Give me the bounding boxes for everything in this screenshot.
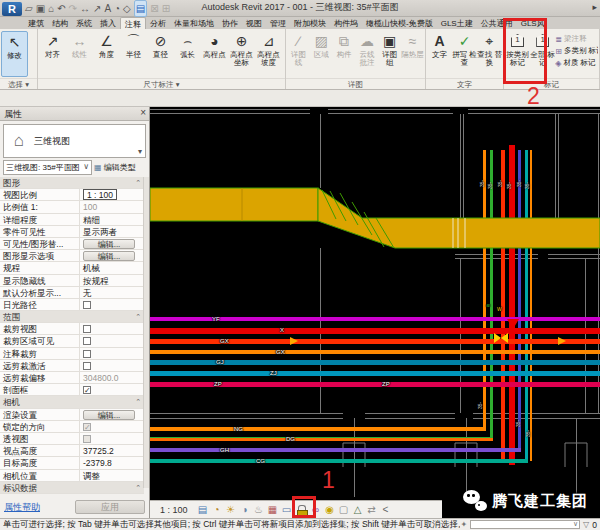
properties-help-link[interactable]: 属性帮助 <box>4 501 40 514</box>
detail-line-button[interactable]: ∕详图 线 <box>287 31 310 68</box>
region-button[interactable]: ▨区域 <box>310 31 333 59</box>
pipe-tag[interactable]: GX <box>220 338 229 344</box>
hide-analytical-model-icon[interactable]: △ <box>351 502 365 518</box>
collapse-icon[interactable]: ⌃ <box>135 396 141 407</box>
radial-dim-button[interactable]: ⌒半径 <box>120 31 147 59</box>
pipe-tag[interactable]: 35- <box>516 420 521 427</box>
spot-elevation-button[interactable]: ◕高程点 <box>201 31 228 59</box>
checkbox[interactable] <box>83 337 91 345</box>
panel-label-dimension[interactable]: 尺寸标注 ▾ <box>38 78 285 89</box>
panel-label-text[interactable]: 文字 <box>426 78 503 89</box>
tab-系统[interactable]: 系统 <box>72 17 96 29</box>
diameter-dim-button[interactable]: ⊘直径 <box>147 31 174 59</box>
horizontal-pipe[interactable] <box>150 459 528 463</box>
detail-level-icon[interactable]: ▤ <box>196 502 210 518</box>
pipe-tag[interactable]: YF <box>212 316 220 322</box>
property-value[interactable]: 编辑... <box>80 238 144 249</box>
property-value[interactable]: ✓ <box>80 421 144 432</box>
pipe-tag[interactable]: 35- <box>507 182 512 189</box>
type-selector[interactable]: ⌂ 三维视图 ▾ <box>3 124 146 158</box>
detail-group-button[interactable]: ▣详图 组 <box>378 31 401 68</box>
property-value[interactable]: 机械 <box>80 262 144 273</box>
panel-label-detail[interactable]: 详图 <box>286 78 425 89</box>
highlight-displacement-icon[interactable]: ⇄ <box>365 502 379 518</box>
property-value[interactable]: 304800.0 <box>80 372 144 383</box>
pipe-tag[interactable]: ZJ <box>270 370 277 376</box>
collapse-icon[interactable]: ⌃ <box>135 311 141 322</box>
multi-category-tag-button[interactable]: ⊞多类别 标记 <box>555 46 598 56</box>
apply-button[interactable]: 应用 <box>75 500 145 514</box>
material-tag-button[interactable]: ◈材质 标记 <box>555 58 598 68</box>
chevron-down-icon[interactable]: ▾ <box>138 147 142 156</box>
checkbox[interactable] <box>83 301 91 309</box>
checkbox[interactable]: ✓ <box>83 423 91 431</box>
pipe-tag[interactable]: 35- <box>498 180 503 187</box>
angular-dim-button[interactable]: ∠角度 <box>93 31 120 59</box>
linear-dim-button[interactable]: ↔线性 <box>66 31 93 59</box>
property-value[interactable] <box>80 348 144 359</box>
panel-label-select[interactable]: 选择 ▾ <box>0 78 37 89</box>
reveal-constraints-icon[interactable]: < <box>379 502 393 518</box>
pipe-tag[interactable]: X <box>280 327 284 333</box>
horizontal-pipe[interactable] <box>150 427 486 431</box>
tab-附加模块[interactable]: 附加模块 <box>290 17 330 29</box>
edit-type-button[interactable]: ▦ 编辑类型 <box>94 160 146 175</box>
checkbox[interactable]: ✓ <box>83 386 91 394</box>
shadows-icon[interactable]: ◑ <box>238 502 252 518</box>
property-value[interactable]: 调整 <box>80 470 144 481</box>
property-value[interactable]: 按规程 <box>80 275 144 286</box>
property-value[interactable] <box>80 433 144 444</box>
pipe-tag[interactable]: ZP <box>382 381 390 387</box>
property-value[interactable]: ✓ <box>80 384 144 395</box>
tab-橄榄山快模-免费版[interactable]: 橄榄山快模-免费版 <box>362 17 437 29</box>
text-button[interactable]: A文字 <box>427 31 452 59</box>
tab-结构[interactable]: 结构 <box>48 17 72 29</box>
tab-视图[interactable]: 视图 <box>242 17 266 29</box>
property-value[interactable]: 100 <box>80 201 144 212</box>
arc-length-dim-button[interactable]: ⌢弧长 <box>174 31 201 59</box>
tab-管理[interactable]: 管理 <box>266 17 290 29</box>
properties-scrollbar[interactable] <box>143 177 149 488</box>
checkbox[interactable] <box>83 435 91 443</box>
pipe-tag[interactable]: CG <box>256 458 265 464</box>
aligned-dim-button[interactable]: ↗对齐 <box>39 31 66 59</box>
property-value[interactable]: -2379.8 <box>80 457 144 468</box>
property-value[interactable] <box>80 335 144 346</box>
view-scale-button[interactable]: 1 : 100 <box>160 505 188 515</box>
crop-view-icon[interactable]: ▦ <box>266 502 280 518</box>
sun-path-icon[interactable]: ☀ <box>224 502 238 518</box>
checkbox[interactable] <box>83 350 91 358</box>
pipe-tag[interactable]: NG <box>234 426 243 432</box>
revision-cloud-button[interactable]: ☁云线 批注 <box>355 31 378 68</box>
property-section-范围[interactable]: 范围⌃ <box>0 311 144 323</box>
property-section-相机[interactable]: 相机⌃ <box>0 396 144 408</box>
insulation-button[interactable]: ≈隔热层 <box>401 31 424 59</box>
property-value[interactable]: 无 <box>80 287 144 298</box>
property-value[interactable]: 编辑... <box>80 250 144 261</box>
horizontal-pipe[interactable] <box>150 328 600 334</box>
pipe-tag[interactable]: GJ <box>216 359 224 365</box>
pipe-tag[interactable]: 35- <box>478 402 483 409</box>
tab-构件坞[interactable]: 构件坞 <box>330 17 362 29</box>
horizontal-pipe[interactable] <box>150 339 600 344</box>
horizontal-pipe[interactable] <box>150 448 521 452</box>
property-value[interactable]: 1 : 100 <box>80 189 144 200</box>
edit-button[interactable]: 编辑... <box>83 251 135 261</box>
beam-annotation-button[interactable]: ≣梁注释 <box>555 34 598 44</box>
tab-GLS土建[interactable]: GLS土建 <box>437 17 477 29</box>
view-selector-dropdown[interactable]: 三维视图: 35#平面图∨ <box>3 160 92 175</box>
filter-icon[interactable]: ▽ <box>583 520 589 529</box>
design-option-dropdown[interactable] <box>470 520 580 529</box>
property-value[interactable] <box>80 323 144 334</box>
property-section-图形[interactable]: 图形⌃ <box>0 177 144 189</box>
modify-cursor-button[interactable]: ↖修改 <box>1 31 28 77</box>
edit-button[interactable]: 编辑... <box>83 239 135 249</box>
pipe-tag[interactable]: 35- <box>526 430 531 437</box>
titlebar-overflow-icon[interactable]: ▸ <box>592 2 597 12</box>
pipe-tag[interactable]: GX <box>276 349 285 355</box>
temporary-view-properties-icon[interactable]: ▢ <box>337 502 351 518</box>
pipe-tag[interactable]: 35- <box>480 180 485 187</box>
horizontal-pipe[interactable] <box>150 350 600 354</box>
collapse-icon[interactable]: ⌃ <box>135 482 141 493</box>
edit-button[interactable]: 编辑... <box>83 410 135 420</box>
